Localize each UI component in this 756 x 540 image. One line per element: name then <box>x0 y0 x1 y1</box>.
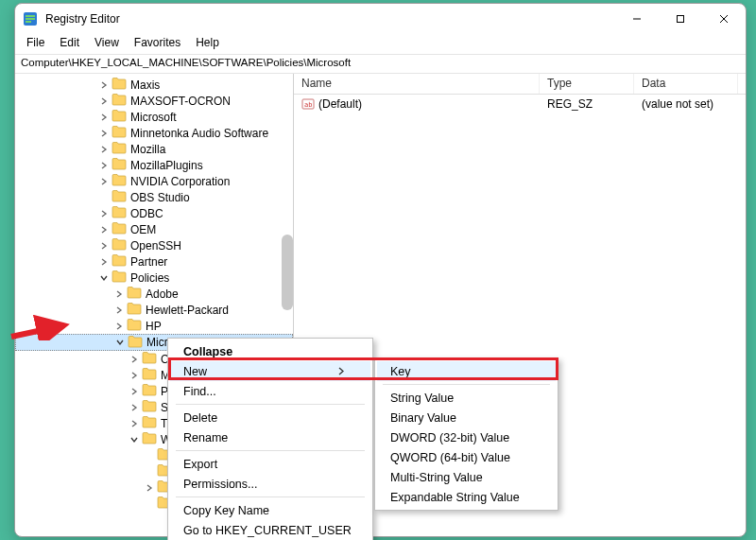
column-header-data[interactable]: Data <box>634 74 738 94</box>
chevron-right-icon[interactable] <box>129 354 140 365</box>
address-bar[interactable]: Computer\HKEY_LOCAL_MACHINE\SOFTWARE\Pol… <box>15 55 746 74</box>
maximize-button[interactable] <box>659 4 702 34</box>
menu-item-find[interactable]: Find... <box>170 381 370 401</box>
svg-rect-3 <box>26 21 31 23</box>
column-header-name[interactable]: Name <box>294 74 540 94</box>
menu-help[interactable]: Help <box>188 34 227 54</box>
menu-item-new[interactable]: New <box>170 361 370 381</box>
tree-node[interactable]: HP <box>15 318 293 334</box>
chevron-right-icon[interactable] <box>98 96 110 107</box>
menu-item-permissions[interactable]: Permissions... <box>170 474 370 494</box>
menu-item-label: Copy Key Name <box>183 504 269 517</box>
chevron-right-icon[interactable] <box>129 370 140 381</box>
chevron-down-icon[interactable] <box>114 337 126 348</box>
folder-icon <box>112 205 130 221</box>
value-type: REG_SZ <box>540 97 634 111</box>
menu-item-qword-64-bit-value[interactable]: QWORD (64-bit) Value <box>377 447 556 467</box>
menu-item-label: Go to HKEY_CURRENT_USER <box>183 524 352 537</box>
tree-node-label: MAXSOFT-OCRON <box>130 95 231 108</box>
chevron-right-icon[interactable] <box>129 418 140 429</box>
chevron-right-icon[interactable] <box>98 240 110 252</box>
menu-view[interactable]: View <box>87 34 127 54</box>
folder-icon <box>112 173 130 189</box>
folder-icon <box>112 77 130 93</box>
chevron-right-icon[interactable] <box>98 224 110 235</box>
chevron-right-icon[interactable] <box>129 386 140 397</box>
chevron-right-icon[interactable] <box>129 402 140 413</box>
menu-item-label: Key <box>390 365 411 378</box>
context-submenu-new[interactable]: KeyString ValueBinary ValueDWORD (32-bit… <box>374 357 558 511</box>
tree-node[interactable]: NVIDIA Corporation <box>15 173 293 189</box>
menu-separator <box>176 404 365 405</box>
folder-icon <box>112 237 130 253</box>
chevron-right-icon[interactable] <box>98 79 110 91</box>
menu-item-expandable-string-value[interactable]: Expandable String Value <box>377 487 556 507</box>
menu-favorites[interactable]: Favorites <box>127 34 188 54</box>
chevron-right-icon[interactable] <box>113 305 125 316</box>
tree-node-label: Microsoft <box>130 111 177 124</box>
menu-item-dword-32-bit-value[interactable]: DWORD (32-bit) Value <box>377 427 556 447</box>
tree-node-label: Hewlett-Packard <box>146 304 229 317</box>
tree-node[interactable]: Partner <box>15 253 293 270</box>
folder-icon <box>142 367 161 383</box>
chevron-right-icon[interactable] <box>98 128 110 139</box>
tree-node[interactable]: MozillaPlugins <box>15 157 293 173</box>
menu-file[interactable]: File <box>19 34 52 54</box>
menu-item-label: New <box>183 365 207 378</box>
list-row[interactable]: ab(Default)REG_SZ(value not set) <box>294 95 746 113</box>
chevron-right-icon[interactable] <box>98 176 110 187</box>
menu-item-label: Rename <box>183 431 228 444</box>
tree-node[interactable]: ODBC <box>15 205 293 221</box>
tree-scrollbar[interactable] <box>282 235 293 310</box>
tree-node[interactable]: Policies <box>15 270 293 286</box>
tree-node-label: Mozilla <box>130 143 165 156</box>
menu-item-label: DWORD (32-bit) Value <box>390 431 509 444</box>
menu-item-label: Binary Value <box>390 411 456 425</box>
folder-icon <box>112 253 130 270</box>
chevron-right-icon[interactable] <box>98 256 110 268</box>
folder-icon <box>112 125 130 141</box>
menu-item-key[interactable]: Key <box>377 361 556 381</box>
close-button[interactable] <box>702 4 746 34</box>
tree-node[interactable]: MAXSOFT-OCRON <box>15 93 293 109</box>
tree-node[interactable]: Hewlett-Packard <box>15 302 293 318</box>
chevron-right-icon[interactable] <box>98 208 110 219</box>
chevron-right-icon[interactable] <box>98 144 110 155</box>
menu-item-binary-value[interactable]: Binary Value <box>377 408 556 427</box>
tree-node[interactable]: Microsoft <box>15 109 293 125</box>
tree-node[interactable]: Minnetonka Audio Software <box>15 125 293 141</box>
menu-item-rename[interactable]: Rename <box>170 427 370 447</box>
chevron-right-icon[interactable] <box>113 288 125 300</box>
tree-node-label: OpenSSH <box>130 239 181 253</box>
menu-item-delete[interactable]: Delete <box>170 408 370 427</box>
chevron-right-icon[interactable] <box>98 160 110 171</box>
chevron-down-icon[interactable] <box>98 272 110 284</box>
tree-node[interactable]: OBS Studio <box>15 189 293 205</box>
tree-node[interactable]: Maxis <box>15 77 293 93</box>
chevron-down-icon[interactable] <box>129 434 140 445</box>
menu-item-string-value[interactable]: String Value <box>377 388 556 408</box>
folder-icon <box>112 109 130 125</box>
menu-item-label: Collapse <box>183 345 232 358</box>
tree-node[interactable]: Adobe <box>15 286 293 302</box>
menu-item-multi-string-value[interactable]: Multi-String Value <box>377 467 556 487</box>
menu-item-export[interactable]: Export <box>170 454 370 474</box>
menu-item-collapse[interactable]: Collapse <box>170 341 370 361</box>
menu-item-copy-key-name[interactable]: Copy Key Name <box>170 500 370 520</box>
folder-icon <box>142 415 161 431</box>
tree-node[interactable]: OpenSSH <box>15 237 293 253</box>
chevron-right-icon[interactable] <box>98 112 110 123</box>
menu-edit[interactable]: Edit <box>52 34 87 54</box>
chevron-right-icon[interactable] <box>113 321 125 332</box>
menu-item-label: Expandable String Value <box>390 491 520 504</box>
chevron-none <box>144 450 155 462</box>
tree-node[interactable]: Mozilla <box>15 141 293 157</box>
context-menu[interactable]: CollapseNewFind...DeleteRenameExportPerm… <box>167 338 373 540</box>
chevron-right-icon[interactable] <box>144 482 155 494</box>
tree-node[interactable]: OEM <box>15 221 293 237</box>
column-header-type[interactable]: Type <box>540 74 634 94</box>
menu-item-go-to-hkey-current-user[interactable]: Go to HKEY_CURRENT_USER <box>170 520 370 540</box>
titlebar: Registry Editor <box>15 4 746 34</box>
minimize-button[interactable] <box>615 4 659 34</box>
chevron-none <box>98 192 110 203</box>
